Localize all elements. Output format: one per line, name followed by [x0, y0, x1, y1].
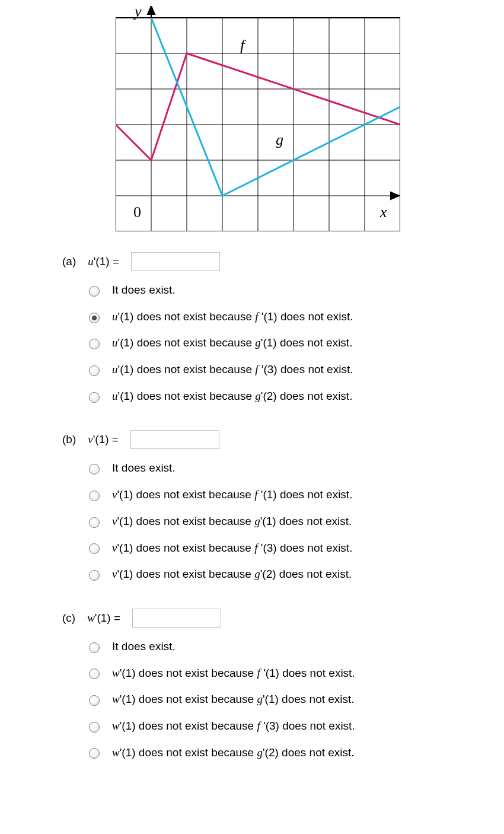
- part-label-a: (a): [62, 255, 76, 268]
- question-c: (c) w'(1) = It does exist. w'(1) does no…: [62, 609, 498, 760]
- option-b-4: v'(1) does not exist because g'(2) does …: [112, 567, 352, 582]
- svg-marker-18: [148, 6, 155, 14]
- option-c-1: w'(1) does not exist because f '(1) does…: [112, 666, 355, 681]
- chart-svg: y f g 0 x: [116, 6, 400, 231]
- part-label-c: (c): [62, 612, 75, 625]
- series-label-g: g: [276, 131, 283, 148]
- svg-marker-20: [391, 192, 399, 199]
- radio-a-3[interactable]: [89, 365, 100, 376]
- origin-label: 0: [133, 203, 141, 221]
- radio-a-2[interactable]: [89, 339, 100, 349]
- option-c-0: It does exist.: [112, 639, 176, 654]
- radio-a-4[interactable]: [89, 392, 100, 403]
- question-b: (b) v'(1) = It does exist. v'(1) does no…: [62, 430, 498, 581]
- radio-c-1[interactable]: [89, 669, 100, 679]
- option-b-1: v'(1) does not exist because f '(1) does…: [112, 488, 352, 502]
- question-a: (a) u'(1) = It does exist. u'(1) does no…: [62, 252, 498, 403]
- radio-b-3[interactable]: [89, 543, 100, 554]
- radio-c-3[interactable]: [89, 722, 100, 733]
- option-c-3: w'(1) does not exist because f '(3) does…: [112, 719, 355, 734]
- option-a-1: u'(1) does not exist because f '(1) does…: [112, 310, 353, 324]
- answer-input-b[interactable]: [130, 430, 219, 449]
- option-b-0: It does exist.: [112, 461, 176, 476]
- prompt-a: u'(1) =: [88, 255, 119, 268]
- prompt-b: v'(1) =: [88, 433, 119, 446]
- option-c-4: w'(1) does not exist because g'(2) does …: [112, 746, 355, 760]
- series-label-f: f: [240, 37, 247, 54]
- option-a-2: u'(1) does not exist because g'(1) does …: [112, 336, 352, 351]
- radio-a-1[interactable]: [89, 313, 100, 323]
- radio-b-1[interactable]: [89, 491, 100, 501]
- part-label-b: (b): [62, 433, 76, 446]
- answer-input-a[interactable]: [131, 252, 220, 271]
- series-g: [151, 18, 400, 196]
- option-b-2: v'(1) does not exist because g'(1) does …: [112, 514, 352, 529]
- chart: y f g 0 x: [116, 6, 498, 234]
- option-a-3: u'(1) does not exist because f '(3) does…: [112, 362, 353, 377]
- radio-c-2[interactable]: [89, 695, 100, 706]
- answer-input-c[interactable]: [132, 609, 221, 628]
- option-a-4: u'(1) does not exist because g'(2) does …: [112, 389, 352, 404]
- axis-label-y: y: [133, 6, 142, 20]
- radio-a-0[interactable]: [89, 286, 100, 297]
- radio-b-4[interactable]: [89, 570, 100, 581]
- option-c-2: w'(1) does not exist because g'(1) does …: [112, 692, 355, 707]
- prompt-c: w'(1) =: [87, 612, 120, 625]
- radio-c-4[interactable]: [89, 748, 100, 759]
- radio-c-0[interactable]: [89, 642, 100, 653]
- option-b-3: v'(1) does not exist because f '(3) does…: [112, 541, 352, 556]
- option-a-0: It does exist.: [112, 283, 176, 298]
- radio-b-0[interactable]: [89, 464, 100, 475]
- axis-label-x: x: [379, 203, 387, 221]
- radio-b-2[interactable]: [89, 517, 100, 528]
